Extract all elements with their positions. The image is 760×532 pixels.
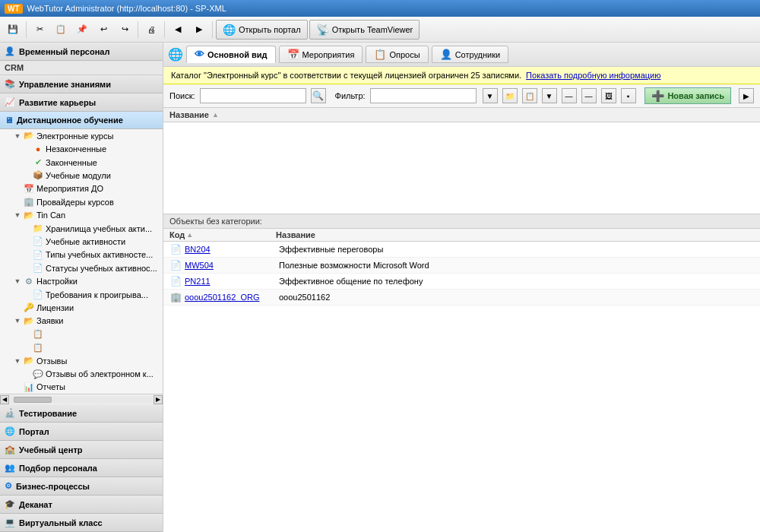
tree-item-activities[interactable]: 📄 Учебные активности xyxy=(0,235,163,248)
sidebar-item-testing[interactable]: 🔬 Тестирование xyxy=(0,404,163,423)
sidebar-item-dean[interactable]: 🎓 Деканат xyxy=(0,496,163,514)
tree-item-settings[interactable]: ▼ ⚙ Настройки xyxy=(0,274,163,287)
forward-button[interactable]: ▶ xyxy=(189,20,209,40)
sidebar-item-portal[interactable]: 🌐 Портал xyxy=(0,423,163,441)
tree-item-orders[interactable]: ▼ 📂 Заявки xyxy=(0,315,163,328)
row-code-3[interactable]: ooou2501162_ORG xyxy=(185,293,279,302)
tree-item-activity-status[interactable]: 📄 Статусы учебных активнос... xyxy=(0,261,163,274)
tree-item-reports[interactable]: 📊 Отчеты xyxy=(0,381,163,394)
empty-category-area xyxy=(163,122,760,214)
scroll-left-btn[interactable]: ◀ xyxy=(0,395,9,404)
table-row[interactable]: 📄 PN211 Эффективное общение по телефону xyxy=(163,274,760,290)
tab-events[interactable]: 📅 Мероприятия xyxy=(279,46,363,63)
tree-item-e-review[interactable]: 💬 Отзывы об электронном к... xyxy=(0,367,163,380)
view-btn4[interactable]: — xyxy=(562,88,577,103)
plus-icon: ➕ xyxy=(651,90,664,102)
tree-item-reviews[interactable]: ▼ 📂 Отзывы xyxy=(0,354,163,367)
print-button[interactable]: 🖨 xyxy=(141,20,161,40)
tree-item-order1[interactable]: 📋 xyxy=(0,328,163,340)
save-button[interactable]: 💾 xyxy=(3,20,23,40)
person-icon: 👤 xyxy=(5,46,15,56)
sidebar-item-temp-staff[interactable]: 👤 Временный персонал xyxy=(0,43,163,61)
tree-item-licenses[interactable]: 🔑 Лицензии xyxy=(0,301,163,314)
view-btn3[interactable]: ▼ xyxy=(542,88,557,103)
tree-item-finished[interactable]: ✔ Законченные xyxy=(0,156,163,169)
sidebar-item-virtual[interactable]: 💻 Виртуальный класс xyxy=(0,514,163,532)
tree-item-order2[interactable]: 📋 xyxy=(0,341,163,354)
tree-item-course-providers[interactable]: 🏢 Провайдеры курсов xyxy=(0,195,163,208)
leaf-r1 xyxy=(21,290,32,300)
tree-item-e-courses[interactable]: ▼ 📂 Электронные курсы xyxy=(0,129,163,142)
license-icon: 🔑 xyxy=(23,302,35,314)
leaf-icon3 xyxy=(21,170,32,181)
view-btn5[interactable]: — xyxy=(581,88,597,103)
search-input[interactable] xyxy=(200,88,306,103)
event-icon: 📅 xyxy=(23,182,35,195)
tree-item-storage[interactable]: 📁 Хранилища учебных акти... xyxy=(0,222,163,235)
scroll-right-btn[interactable]: ▶ xyxy=(154,395,163,404)
sidebar-item-knowledge[interactable]: 📚 Управление знаниями xyxy=(0,75,163,93)
tree-item-events-do[interactable]: 📅 Мероприятия ДО xyxy=(0,182,163,195)
name-col-header2[interactable]: Название xyxy=(276,230,754,239)
filter-input[interactable] xyxy=(370,88,477,103)
top-nav: 🌐 👁 Основной вид 📅 Мероприятия 📋 Опросы … xyxy=(163,43,760,67)
search-button[interactable]: 🔍 xyxy=(311,88,326,103)
row-code-1[interactable]: MW504 xyxy=(185,261,279,270)
leaf-s3 xyxy=(21,249,32,260)
cut-button[interactable]: ✂ xyxy=(30,20,49,40)
tree-item-requirements[interactable]: 📄 Требования к проигрыва... xyxy=(0,288,163,301)
new-record-button[interactable]: ➕ Новая запись xyxy=(644,87,731,104)
tree-item-edu-modules[interactable]: 📦 Учебные модули xyxy=(0,169,163,182)
open-teamviewer-button[interactable]: 📡 Открыть TeamViewer xyxy=(309,20,420,40)
redo-button[interactable]: ↪ xyxy=(115,20,135,40)
table-area: Объекты без категории: Код ▲ Название 📄 … xyxy=(163,122,760,532)
hscroll-track xyxy=(10,396,153,404)
paste-button[interactable]: 📌 xyxy=(72,20,92,40)
sep1 xyxy=(26,21,27,38)
col-header: Название ▲ xyxy=(163,108,760,122)
employees-icon: 👤 xyxy=(440,49,452,60)
leaf-rev1 xyxy=(21,369,32,379)
warning-link[interactable]: Показать подробную информацию xyxy=(526,71,660,80)
view-btn1[interactable]: 📁 xyxy=(502,88,518,103)
career-icon: 📈 xyxy=(5,97,15,107)
expand-icon4: ▼ xyxy=(12,315,23,326)
view-btn2[interactable]: 📋 xyxy=(522,88,537,103)
sidebar-item-recruitment[interactable]: 👥 Подбор персонала xyxy=(0,459,163,477)
open-portal-button[interactable]: 🌐 Открыть портал xyxy=(216,20,308,40)
sidebar-item-biz-proc[interactable]: ⚙ Бизнес-процессы xyxy=(0,477,163,496)
undo-button[interactable]: ↩ xyxy=(93,20,113,40)
titlebar-icon: WT xyxy=(5,4,23,14)
view-btn7[interactable]: ▪ xyxy=(621,88,636,103)
table-row[interactable]: 🏢 ooou2501162_ORG ooou2501162 xyxy=(163,290,760,306)
filter-dropdown-btn[interactable]: ▼ xyxy=(483,88,498,103)
code-col-header[interactable]: Код ▲ xyxy=(169,230,276,239)
leaf-icon xyxy=(21,144,32,154)
sidebar-item-career[interactable]: 📈 Развитие карьеры xyxy=(0,93,163,112)
distance-icon: 🖥 xyxy=(5,116,13,125)
view-btn6[interactable]: 🖼 xyxy=(601,88,616,103)
copy-button[interactable]: 📋 xyxy=(51,20,71,40)
expand-icon2: ▼ xyxy=(12,210,23,220)
circle-orange-icon: ● xyxy=(32,143,44,155)
tree-item-activity-types[interactable]: 📄 Типы учебных активносте... xyxy=(0,249,163,261)
back-button[interactable]: ◀ xyxy=(168,20,188,40)
sidebar-item-distance[interactable]: 🖥 Дистанционное обучение xyxy=(0,112,163,129)
row-code-0[interactable]: BN204 xyxy=(185,245,279,254)
tab-employees[interactable]: 👤 Сотрудники xyxy=(432,46,509,63)
order2-icon: 📋 xyxy=(32,341,44,353)
main-layout: 👤 Временный персонал CRM 📚 Управление зн… xyxy=(0,43,760,532)
tree-item-tin-can[interactable]: ▼ 📂 Tin Can xyxy=(0,208,163,221)
sidebar-hscroll[interactable]: ◀ ▶ xyxy=(0,394,163,404)
tree-item-unfinished[interactable]: ● Незаконченные xyxy=(0,142,163,155)
sidebar-item-edu-center[interactable]: 🏫 Учебный центр xyxy=(0,441,163,459)
tab-polls[interactable]: 📋 Опросы xyxy=(366,46,428,63)
extra-btn[interactable]: ▶ xyxy=(739,88,754,103)
leaf-icon2 xyxy=(21,157,32,168)
search-label: Поиск: xyxy=(169,91,195,100)
row-code-2[interactable]: PN211 xyxy=(185,277,279,286)
tab-main-view[interactable]: 👁 Основной вид xyxy=(186,46,276,63)
table-row[interactable]: 📄 BN204 Эффективные переговоры xyxy=(163,242,760,258)
table-row[interactable]: 📄 MW504 Полезные возможности Microsoft W… xyxy=(163,258,760,274)
row-icon-1: 📄 xyxy=(169,259,182,271)
